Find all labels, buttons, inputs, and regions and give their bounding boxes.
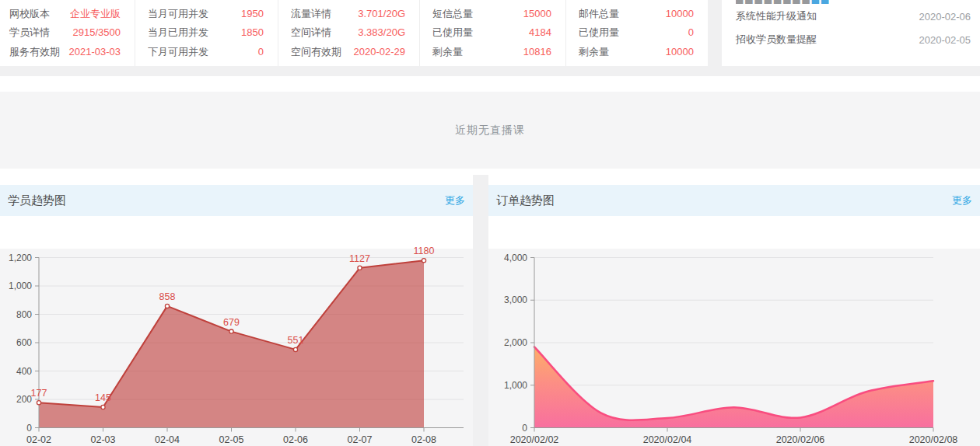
stat-label: 已使用量	[432, 23, 473, 42]
data-value-label: 858	[159, 291, 176, 302]
notice-item[interactable]: 招收学员数量提醒2020-02-05	[736, 28, 971, 51]
y-axis-label: 2,000	[504, 337, 527, 348]
data-value-label: 177	[31, 388, 47, 399]
notice-item[interactable]: 系统性能升级通知2020-02-06	[736, 5, 971, 28]
stat-label: 短信总量	[432, 5, 473, 23]
y-axis-label: 3,000	[504, 294, 527, 305]
student-trend-header: 学员趋势图 更多	[0, 185, 473, 216]
stat-label: 邮件总量	[579, 5, 619, 23]
notice-label: 招收学员数量提醒	[736, 33, 817, 47]
data-value-label: 1127	[349, 253, 370, 264]
stats-column-4: 短信总量15000已使用量4184剩余量10816	[420, 0, 566, 66]
order-trend-header: 订单趋势图 更多	[488, 185, 980, 216]
stat-row: 当月可用并发1950	[148, 5, 264, 23]
data-value-label: 551	[288, 335, 304, 346]
data-point	[229, 329, 233, 333]
x-axis-label: 2020/02/06	[776, 434, 825, 445]
y-axis-label: 4,000	[504, 253, 527, 263]
order-trend-title: 订单趋势图	[496, 193, 555, 208]
stat-label: 当月可用并发	[148, 5, 208, 23]
stat-row: 服务有效期2021-03-03	[9, 43, 121, 61]
top-stats-row: 网校版本企业专业版学员详情2915/3500服务有效期2021-03-03当月可…	[0, 0, 980, 66]
x-axis-label: 2020/02/08	[909, 434, 958, 445]
x-axis-label: 02-07	[348, 434, 373, 445]
data-point	[165, 304, 169, 308]
data-value-label: 145	[95, 392, 111, 403]
order-trend-panel: 订单趋势图 更多 01,0002,0003,0004,0002020/02/02…	[488, 175, 980, 446]
data-point	[37, 401, 40, 405]
stat-value: 10000	[666, 5, 694, 23]
stat-value: 1950	[241, 5, 264, 23]
notice-label: 系统性能升级通知	[736, 9, 817, 23]
stats-column-5: 邮件总量10000已使用量0剩余量10000	[566, 0, 708, 66]
stat-row: 下月可用并发0	[148, 43, 264, 61]
x-axis-label: 2020/02/04	[643, 434, 692, 445]
x-axis-label: 2020/02/02	[510, 434, 559, 445]
data-value-label: 679	[223, 317, 240, 328]
order-trend-chart[interactable]: 01,0002,0003,0004,0002020/02/022020/02/0…	[488, 216, 980, 446]
student-trend-chart[interactable]: 02004006008001,0001,20002-0202-0302-0402…	[0, 216, 473, 446]
stat-label: 当月已用并发	[148, 23, 208, 42]
stat-label: 剩余量	[579, 43, 609, 61]
stat-label: 空间详情	[291, 23, 331, 42]
stat-label: 服务有效期	[9, 43, 60, 61]
stats-column-3: 流量详情3.701/20G空间详情3.383/20G空间有效期2020-02-2…	[278, 0, 420, 66]
data-point	[422, 259, 425, 263]
stat-value: 10000	[666, 43, 694, 61]
stat-label: 已使用量	[579, 23, 619, 42]
notice-date: 2020-02-06	[919, 11, 971, 23]
stat-value: 2020-02-29	[354, 43, 406, 61]
stat-value: 4184	[529, 23, 551, 42]
school-stats-panel: 网校版本企业专业版学员详情2915/3500服务有效期2021-03-03当月可…	[0, 0, 708, 66]
stat-row: 网校版本企业专业版	[9, 5, 121, 23]
y-axis-label: 400	[16, 366, 32, 377]
stat-value: 3.701/20G	[358, 5, 405, 23]
stat-label: 下月可用并发	[148, 43, 208, 61]
data-point	[101, 405, 105, 409]
stat-row: 空间详情3.383/20G	[291, 23, 405, 42]
stat-row: 流量详情3.701/20G	[291, 5, 405, 23]
x-axis-label: 02-02	[26, 434, 51, 445]
stat-label: 流量详情	[291, 5, 331, 23]
stat-value: 2915/3500	[73, 23, 121, 42]
stat-label: 剩余量	[432, 43, 463, 61]
y-axis-label: 1,000	[9, 280, 32, 291]
charts-row: 学员趋势图 更多 02004006008001,0001,20002-0202-…	[0, 175, 980, 446]
stat-value: 2021-03-03	[69, 43, 121, 61]
data-value-label: 1180	[414, 246, 435, 256]
live-course-panel: 近期无直播课	[0, 76, 980, 175]
y-axis-label: 600	[16, 337, 32, 348]
y-axis-label: 0	[26, 423, 32, 434]
stats-column-2: 当月可用并发1950当月已用并发1850下月可用并发0	[135, 0, 278, 66]
x-axis-label: 02-03	[91, 434, 116, 445]
order-trend-more-link[interactable]: 更多	[952, 193, 972, 207]
stat-label: 学员详情	[9, 23, 50, 42]
notice-date: 2020-02-05	[919, 34, 971, 46]
stat-row: 邮件总量10000	[579, 5, 694, 23]
clipped-notice-link: ▇▇	[812, 0, 831, 4]
stat-value: 0	[258, 43, 264, 61]
y-axis-label: 800	[16, 309, 32, 320]
y-axis-label: 200	[16, 394, 32, 405]
stat-value: 3.383/20G	[358, 23, 405, 42]
y-axis-label: 1,200	[9, 253, 32, 263]
live-course-empty-state: 近期无直播课	[0, 92, 980, 169]
notice-list-panel: ▇▇▇▇▇▇▇▇▇▇ 系统性能升级通知2020-02-06招收学员数量提醒202…	[722, 0, 980, 66]
student-trend-panel: 学员趋势图 更多 02004006008001,0001,20002-0202-…	[0, 175, 473, 446]
stat-row: 短信总量15000	[432, 5, 551, 23]
stat-value: 1850	[241, 23, 264, 42]
y-axis-label: 0	[522, 423, 527, 434]
stat-value: 0	[688, 23, 694, 42]
student-trend-more-link[interactable]: 更多	[445, 193, 465, 207]
live-course-empty-text: 近期无直播课	[455, 124, 525, 138]
student-trend-title: 学员趋势图	[8, 193, 66, 208]
clipped-notice-text: ▇▇▇▇▇▇▇▇▇▇	[736, 0, 971, 4]
stat-value: 15000	[523, 5, 551, 23]
stat-row: 剩余量10000	[579, 43, 694, 61]
stat-label: 网校版本	[9, 5, 50, 23]
x-axis-label: 02-04	[155, 434, 180, 445]
stat-label: 空间有效期	[291, 43, 341, 61]
stat-row: 学员详情2915/3500	[9, 23, 121, 42]
stat-row: 空间有效期2020-02-29	[291, 43, 405, 61]
x-axis-label: 02-08	[411, 434, 436, 445]
